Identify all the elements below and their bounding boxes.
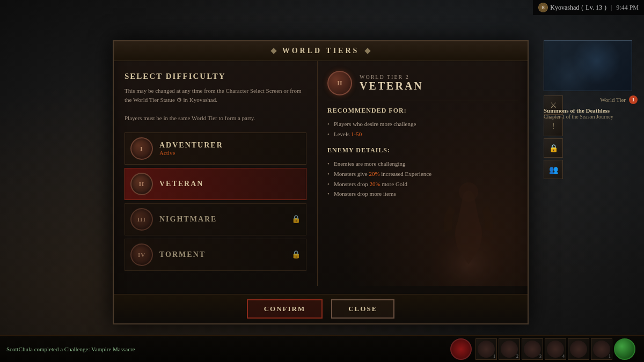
dialog-footer: Confirm Close xyxy=(114,294,528,323)
group-icon-btn[interactable]: 👥 xyxy=(544,160,563,179)
season-sub: Chapter 1 of the Season Journey xyxy=(544,114,638,120)
world-tiers-dialog: WORLD TIERS SELECT DIFFICULTY This may b… xyxy=(113,40,529,324)
tier-badge-nightmare: III xyxy=(130,208,153,231)
level-range-highlight: 1-50 xyxy=(351,131,362,137)
tier-detail-info: WORLD TIER 2 VETERAN xyxy=(360,74,518,92)
tier-detail-name: VETERAN xyxy=(360,80,518,92)
tier-item-torment[interactable]: IV TORMENT 🔒 xyxy=(125,239,306,271)
tier-detail-badge: II xyxy=(327,71,352,95)
potion-slot[interactable] xyxy=(450,338,472,360)
close-button[interactable]: Close xyxy=(331,299,394,319)
recommended-item-2: Levels 1-50 xyxy=(327,129,518,139)
tier-name-nightmare: NIGHTMARE xyxy=(159,215,291,224)
gold-highlight: 20% xyxy=(370,181,380,187)
title-diamond-left xyxy=(270,48,276,54)
enemy-header: ENEMY DETAILS: xyxy=(327,146,518,154)
world-tier-indicator: 1 xyxy=(629,95,638,104)
nightmare-lock-icon: 🔒 xyxy=(291,215,301,224)
tier-status-adventurer: Active xyxy=(159,150,301,156)
tier-detail-number: WORLD TIER 2 xyxy=(360,74,518,80)
tier-name-torment: TORMENT xyxy=(159,250,291,259)
world-tier-label: World Tier 1 xyxy=(600,95,638,104)
minimap[interactable] xyxy=(544,40,632,91)
dialog-title-bar: WORLD TIERS xyxy=(114,41,528,61)
difficulty-description: This may be changed at any time from the… xyxy=(125,86,306,104)
player-level: Lv. 13 xyxy=(586,4,602,12)
season-title: Summons of the Deathless xyxy=(544,107,638,114)
skill-slot-6[interactable]: 1 xyxy=(591,338,612,360)
tier-detail-header: II WORLD TIER 2 VETERAN xyxy=(327,71,518,100)
season-info: Summons of the Deathless Chapter 1 of th… xyxy=(544,107,638,120)
right-panel: II WORLD TIER 2 VETERAN RECOMMENDED FOR:… xyxy=(318,61,528,286)
skill-slot-4[interactable]: 4 xyxy=(545,338,566,360)
event-icon-btn[interactable]: ! xyxy=(544,117,563,136)
confirm-button[interactable]: Confirm xyxy=(247,299,323,319)
chat-message: ScottChula completed a Challenge: Vampir… xyxy=(0,346,448,352)
skill-slot-3[interactable]: 3 xyxy=(522,338,543,360)
player-info: K Kyovashad (Lv. 13) xyxy=(538,3,606,12)
title-diamond-right xyxy=(365,48,371,54)
tier-badge-veteran: II xyxy=(130,173,153,195)
tier-name-veteran: VETERAN xyxy=(159,180,301,188)
tier-item-adventurer[interactable]: I ADVENTURER Active xyxy=(125,132,306,165)
skill-slot-2[interactable]: 2 xyxy=(499,338,520,360)
tier-content-torment: TORMENT xyxy=(159,250,291,259)
top-bar: K Kyovashad (Lv. 13) | 9:44 PM xyxy=(533,0,644,15)
health-orb[interactable] xyxy=(614,338,635,360)
dialog-title: WORLD TIERS xyxy=(282,47,360,55)
enemy-list: Enemies are more challenging Monsters gi… xyxy=(327,159,518,199)
left-panel: SELECT DIFFICULTY This may be changed at… xyxy=(114,61,318,286)
enemy-item-2: Monsters give 20% increased Experience xyxy=(327,169,518,179)
skill-slot-1[interactable]: 1 xyxy=(475,338,497,360)
tier-content-adventurer: ADVENTURER Active xyxy=(159,141,301,156)
enemy-item-3: Monsters drop 20% more Gold xyxy=(327,179,518,189)
tier-item-veteran[interactable]: II VETERAN xyxy=(125,168,306,200)
player-icon: K xyxy=(538,3,548,12)
exp-highlight: 20% xyxy=(369,171,379,177)
bottom-bar: ScottChula completed a Challenge: Vampir… xyxy=(0,335,644,362)
enemy-item-4: Monsters drop more items xyxy=(327,189,518,199)
recommended-item-1: Players who desire more challenge xyxy=(327,119,518,129)
recommended-list: Players who desire more challenge Levels… xyxy=(327,119,518,139)
torment-lock-icon: 🔒 xyxy=(291,250,301,259)
enemy-item-1: Enemies are more challenging xyxy=(327,159,518,169)
party-description: Players must be in the same World Tier t… xyxy=(125,114,306,123)
tier-content-veteran: VETERAN xyxy=(159,180,301,188)
skill-bar: 1 2 3 4 1 xyxy=(448,338,639,360)
player-name-level: Kyovashad xyxy=(550,4,579,12)
tier-item-nightmare[interactable]: III NIGHTMARE 🔒 xyxy=(125,203,306,235)
tier-badge-torment: IV xyxy=(130,243,153,266)
tier-badge-adventurer: I xyxy=(130,137,153,160)
lock-icon-btn[interactable]: 🔒 xyxy=(544,138,563,158)
svg-point-0 xyxy=(420,221,517,286)
select-difficulty-heading: SELECT DIFFICULTY xyxy=(125,72,306,81)
clock: 9:44 PM xyxy=(616,4,639,12)
tier-content-nightmare: NIGHTMARE xyxy=(159,215,291,224)
world-tier-text: World Tier xyxy=(600,97,626,103)
dialog-body: SELECT DIFFICULTY This may be changed at… xyxy=(114,61,528,286)
skill-slot-5[interactable] xyxy=(568,338,589,360)
recommended-header: RECOMMENDED FOR: xyxy=(327,107,518,115)
tier-name-adventurer: ADVENTURER xyxy=(159,141,301,150)
tier-list: I ADVENTURER Active II VETERAN III xyxy=(125,132,306,271)
